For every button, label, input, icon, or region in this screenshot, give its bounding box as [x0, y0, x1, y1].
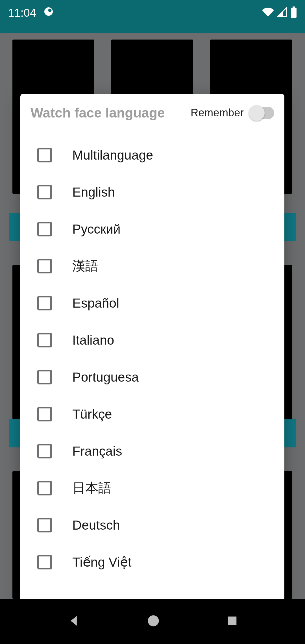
checkbox-icon — [37, 333, 52, 347]
checkbox-icon — [37, 555, 52, 569]
language-option[interactable]: Türkçe — [20, 395, 284, 432]
language-option[interactable]: Multilanguage — [20, 136, 284, 173]
checkbox-icon — [37, 370, 52, 384]
language-label: Multilanguage — [72, 147, 153, 163]
remember-toggle[interactable] — [249, 107, 274, 119]
language-option[interactable]: Español — [20, 284, 284, 321]
battery-icon — [290, 6, 297, 19]
remember-label: Remember — [191, 107, 244, 119]
language-label: Русский — [72, 221, 121, 237]
checkbox-icon — [37, 296, 52, 310]
checkbox-icon — [37, 148, 52, 162]
navigation-bar — [0, 599, 305, 644]
language-option[interactable]: 日本語 — [20, 469, 284, 506]
language-label: Español — [72, 295, 119, 311]
recents-icon[interactable] — [226, 614, 239, 628]
language-option[interactable]: 漢語 — [20, 247, 284, 284]
language-option[interactable]: Русский — [20, 210, 284, 247]
wifi-icon — [262, 6, 274, 19]
status-time: 11:04 — [8, 6, 36, 19]
svg-rect-2 — [291, 8, 297, 18]
language-label: Deutsch — [72, 517, 120, 533]
svg-point-4 — [148, 615, 159, 626]
language-label: 漢語 — [72, 257, 98, 275]
checkbox-icon — [37, 222, 52, 236]
language-label: Italiano — [72, 332, 114, 348]
status-bar: 11:04 — [0, 0, 305, 33]
svg-point-0 — [44, 7, 53, 16]
home-icon[interactable] — [146, 613, 161, 629]
svg-point-1 — [48, 8, 52, 12]
app-notification-icon — [43, 6, 54, 19]
background-content: Watch face language Remember Multilangua… — [0, 33, 305, 599]
language-option[interactable]: Tiếng Việt — [20, 543, 284, 580]
checkbox-icon — [37, 259, 52, 273]
language-option[interactable]: English — [20, 173, 284, 210]
language-option[interactable]: Français — [20, 432, 284, 469]
language-option[interactable]: Deutsch — [20, 506, 284, 543]
checkbox-icon — [37, 481, 52, 495]
language-label: Türkçe — [72, 406, 112, 422]
language-label: Portuguesa — [72, 369, 139, 385]
language-option[interactable]: Portuguesa — [20, 358, 284, 395]
dialog-title: Watch face language — [30, 105, 165, 121]
checkbox-icon — [37, 444, 52, 458]
checkbox-icon — [37, 407, 52, 421]
svg-rect-5 — [228, 617, 237, 625]
language-label: Tiếng Việt — [72, 554, 131, 570]
back-icon[interactable] — [66, 613, 81, 629]
svg-rect-3 — [293, 6, 295, 8]
language-list: Multilanguage English Русский 漢語 Español… — [20, 125, 284, 597]
checkbox-icon — [37, 518, 52, 532]
language-option[interactable]: Italiano — [20, 321, 284, 358]
language-dialog: Watch face language Remember Multilangua… — [20, 94, 284, 634]
language-label: English — [72, 184, 115, 200]
language-label: 日本語 — [72, 479, 111, 497]
checkbox-icon — [37, 185, 52, 199]
signal-icon — [277, 7, 287, 19]
language-label: Français — [72, 443, 122, 459]
